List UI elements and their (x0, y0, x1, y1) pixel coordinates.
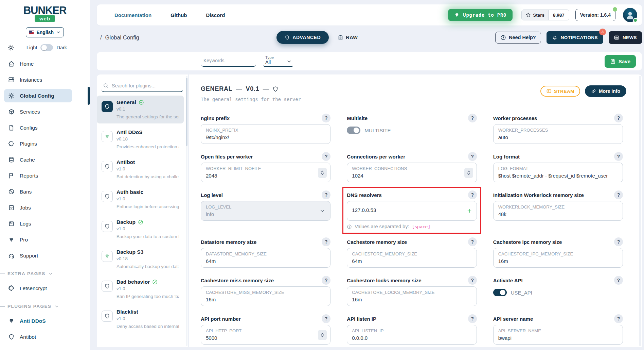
sidebar-item-support[interactable]: Support (4, 249, 72, 262)
number-stepper[interactable] (318, 168, 327, 178)
help-icon[interactable]: ? (322, 276, 330, 285)
language-select[interactable]: English (26, 27, 64, 37)
topbar-link-documentation[interactable]: Documentation (106, 12, 151, 18)
help-icon[interactable]: ? (614, 114, 623, 122)
field-input[interactable]: WORKER_CONNECTIONS1024 (347, 163, 477, 182)
tab-raw[interactable]: RAW (338, 35, 358, 40)
plugin-list-item-bad-behavior[interactable]: Bad behaviorv1.0Ban IP generating too mu… (97, 275, 184, 303)
field-input[interactable]: CACHESTORE_IPC_MEMORY_SIZE16m (493, 248, 623, 268)
sidebar-item-cache[interactable]: Cache (4, 153, 72, 166)
keywords-input[interactable]: Keywords (201, 56, 256, 67)
toggle-multisite[interactable] (347, 127, 360, 134)
field-input[interactable]: API_HTTP_PORT5000 (201, 325, 330, 345)
field-input[interactable]: API_SERVER_NAMEbwapi (493, 325, 623, 345)
plugin-version: v1.0 (117, 166, 179, 171)
tab-advanced[interactable]: ADVANCED (276, 31, 329, 44)
field-label-row: DNS resolvers? (347, 191, 477, 199)
save-button[interactable]: Save (605, 55, 636, 68)
plugin-list-item-antibot[interactable]: Antibotv1.0Bot detection by using a chal… (97, 155, 184, 183)
stream-badge[interactable]: STREAM (540, 86, 580, 97)
help-icon[interactable]: ? (468, 237, 477, 246)
number-stepper[interactable] (318, 330, 327, 340)
add-value-button[interactable] (462, 201, 477, 221)
breadcrumb-current[interactable]: Global Config (105, 34, 139, 41)
field-input[interactable]: LOG_FORMAT$host $remote_addr - $request_… (493, 163, 623, 182)
help-icon[interactable]: ? (468, 276, 477, 285)
help-icon[interactable]: ? (614, 152, 623, 161)
field-input[interactable]: WORKER_PROCESSESauto (493, 124, 623, 144)
sidebar-item-anti-ddos[interactable]: Anti DDoS (4, 314, 72, 328)
help-icon[interactable]: ? (468, 190, 477, 199)
plugin-list-item-anti-ddos[interactable]: Anti DDoSv0.18Provides enhanced protecti… (97, 126, 184, 153)
diamond-icon (8, 318, 15, 324)
help-icon[interactable]: ? (468, 314, 477, 323)
sidebar-item-home[interactable]: Home (4, 57, 72, 70)
field-input[interactable]: API_LISTEN_IP0.0.0.0 (347, 325, 477, 345)
sidebar-item-jobs[interactable]: Jobs (4, 201, 72, 214)
field-input[interactable]: DATASTORE_MEMORY_SIZE64m (201, 248, 330, 268)
field-input[interactable]: CACHESTORE_LOCKS_MEMORY_SIZE16m (347, 286, 477, 306)
toggle-use_api[interactable] (493, 289, 507, 296)
sidebar-item-reports[interactable]: Reports (4, 169, 72, 182)
sidebar-item-instances[interactable]: Instances (4, 73, 72, 86)
form-scrollbar-track[interactable] (639, 76, 641, 346)
sidebar-item-label: Antibot (20, 334, 36, 340)
field-label: Connections per worker (347, 154, 405, 160)
help-icon[interactable]: ? (468, 152, 477, 161)
help-icon[interactable]: ? (322, 152, 330, 161)
sidebar-item-pro[interactable]: Pro (4, 233, 72, 246)
field-input[interactable]: NGINX_PREFIX/etc/nginx/ (201, 124, 330, 144)
field-select[interactable]: LOG_LEVELinfo (201, 201, 330, 221)
plugin-list-item-backup-s3[interactable]: Backup S3v0.18Automatically backup your … (97, 245, 184, 273)
avatar[interactable] (623, 8, 637, 22)
upgrade-to-pro-button[interactable]: Upgrade to PRO (448, 9, 513, 21)
field-input[interactable]: WORKERLOCK_MEMORY_SIZE48k (493, 201, 623, 221)
field-input[interactable]: 127.0.0.53 (347, 201, 462, 221)
sidebar-section-header[interactable]: EXTRA PAGES (0, 271, 90, 276)
plugin-scrollbar-thumb[interactable] (186, 78, 187, 146)
github-stars-widget[interactable]: Stars 8,987 (521, 10, 569, 20)
sidebar-item-plugins[interactable]: Plugins (4, 137, 72, 150)
sidebar-item-global-config[interactable]: Global Config (4, 89, 72, 102)
sidebar-section-header[interactable]: PLUGINS PAGES (0, 304, 90, 309)
help-icon[interactable]: ? (322, 114, 330, 122)
help-icon[interactable]: ? (614, 237, 623, 246)
number-stepper[interactable] (464, 168, 473, 178)
sidebar-item-antibot[interactable]: Antibot (4, 330, 72, 344)
news-button[interactable]: NEWS (609, 31, 642, 44)
plugin-title-version: V0.1 (246, 85, 259, 93)
plugin-search-input[interactable]: Search for plugins... (102, 81, 183, 92)
more-info-button[interactable]: More Info (585, 85, 626, 97)
sidebar-item-letsencrypt[interactable]: Letsencrypt (4, 282, 72, 295)
field-input[interactable]: CACHESTORE_MEMORY_SIZE64m (347, 248, 477, 268)
help-icon[interactable]: ? (322, 314, 330, 323)
field-label-row: Multisite? (347, 114, 477, 122)
topbar-link-github[interactable]: Github (162, 12, 187, 18)
chevron-down-icon (56, 30, 61, 35)
plugin-list-item-backup[interactable]: Backupv1.0Backup your data to a custom l… (97, 215, 184, 243)
plugin-list-item-blacklist[interactable]: Blacklistv1.0Deny access based on intern… (97, 305, 184, 333)
need-help-button[interactable]: Need Help? (495, 32, 541, 44)
help-icon[interactable]: ? (614, 190, 623, 199)
field-input[interactable]: CACHESTORE_MISS_MEMORY_SIZE16m (201, 286, 330, 306)
breadcrumb-row: / Global Config ADVANCED RAW Need Help? (97, 26, 642, 49)
sidebar-item-logs[interactable]: Logs (4, 217, 72, 230)
field-var-name: LOG_FORMAT (498, 166, 618, 171)
help-icon[interactable]: ? (614, 314, 623, 323)
topbar-link-discord[interactable]: Discord (197, 12, 225, 18)
version-badge[interactable]: Version: 1.6.4 (575, 9, 615, 21)
plugin-list-item-general[interactable]: Generalv0.1The general settings for the … (97, 96, 184, 123)
help-icon[interactable]: ? (322, 237, 330, 246)
sidebar-item-configs[interactable]: Configs (4, 121, 72, 134)
sidebar-item-services[interactable]: Services (4, 105, 72, 118)
flag-icon (8, 172, 15, 179)
theme-switch[interactable] (40, 44, 53, 51)
plugin-list-item-auth-basic[interactable]: Auth basicv1.0Enforce login before acces… (97, 185, 184, 213)
field-input[interactable]: WORKER_RLIMIT_NOFILE2048 (201, 163, 330, 182)
help-icon[interactable]: ? (322, 190, 330, 199)
type-select[interactable]: Type All (263, 55, 293, 67)
help-icon[interactable]: ? (614, 276, 623, 285)
help-icon[interactable]: ? (468, 114, 477, 122)
sidebar-item-bans[interactable]: Bans (4, 185, 72, 198)
notifications-button[interactable]: NOTIFICATIONS 3 (547, 31, 603, 44)
